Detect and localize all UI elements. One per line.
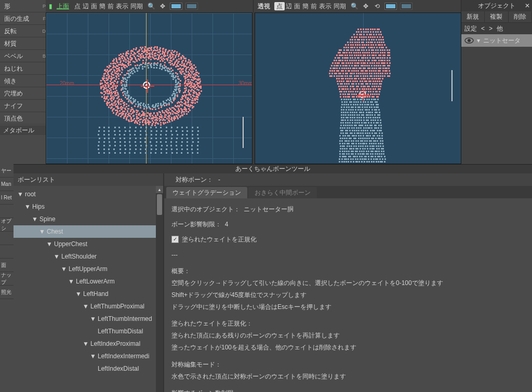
bone-node-leftupperarm[interactable]: ▼LeftUpperArm [14,263,163,275]
scroll-up-icon[interactable]: ▲ [156,186,163,193]
bone-node-upperchest[interactable]: ▼UpperChest [14,238,163,250]
view-mode-辺[interactable]: 辺 [82,3,90,10]
strip-item[interactable] [0,205,14,218]
view-mode-前[interactable]: 前 [310,3,318,10]
strip-item[interactable]: ナップ [0,272,14,286]
view-mode-簡[interactable]: 簡 [98,3,107,10]
next-button[interactable]: > [489,25,493,32]
tree-twisty-icon[interactable]: ▼ [83,304,88,309]
bone-label: LeftIndexIntermedi [98,353,149,360]
strip-item[interactable]: Man [0,178,14,191]
view-mode-簡[interactable]: 簡 [301,3,310,10]
settings-label[interactable]: 設定 [464,24,477,33]
move-icon[interactable]: ✥ [362,2,370,10]
tree-twisty-icon[interactable]: ▼ [69,279,74,284]
tree-twisty-icon[interactable]: ▼ [83,341,88,346]
other-button[interactable]: 他 [497,24,503,33]
new-button[interactable]: 新規 [461,11,485,22]
bone-node-spine[interactable]: ▼Spine [14,213,163,225]
tree-twisty-icon[interactable]: ▼ [47,241,52,247]
bone-node-leftindexdistal[interactable]: LeftIndexDistal [14,362,163,375]
strip-item[interactable]: ヤー [0,164,14,178]
viewport-persp[interactable] [255,12,461,164]
bone-node-leftlowerarm[interactable]: ▼LeftLowerArm [14,275,163,288]
plugin-right-pane: 対称ボーン： - ウェイトグラデーション おきらく中間ボーン 選択中のオブジェク… [164,173,532,392]
tree-twisty-icon[interactable]: ▼ [25,204,30,209]
screen2-icon[interactable] [400,3,413,10]
strip-item[interactable] [0,245,14,259]
view-mode-面[interactable]: 面 [90,3,98,10]
view-mode-前[interactable]: 前 [107,3,115,10]
tree-twisty-icon[interactable]: ▼ [39,229,45,234]
tool-item[interactable]: ナイフ [0,100,46,112]
screen-icon[interactable] [170,3,182,10]
view-mode-辺[interactable]: 辺 [285,3,293,10]
tree-twisty-icon[interactable]: ▼ [54,254,59,259]
chevron-down-icon[interactable]: ▾ [477,37,480,44]
view-mode-同期[interactable]: 同期 [332,3,347,10]
tool-item[interactable]: 面の生成F [0,12,46,25]
zoom-icon[interactable]: 🔍 [147,2,155,10]
tree-twisty-icon[interactable]: ▼ [18,192,23,197]
bone-node-lefthand[interactable]: ▼LeftHand [14,288,163,300]
strip-item[interactable]: 照光 [0,286,14,299]
eye-icon[interactable] [464,37,474,44]
viewport-top[interactable]: 20mm 10 30mm [46,12,252,164]
view-mode-top[interactable]: 上面 [56,2,70,11]
duplicate-button[interactable]: 複製 [485,11,508,22]
view-mode-点[interactable]: 点 [73,3,82,10]
view-mode-表示[interactable]: 表示 [318,3,332,10]
bone-node-leftindexintermedi[interactable]: ▼LeftIndexIntermedi [14,350,163,362]
tool-item[interactable]: 材質 [0,37,46,50]
tab-weight-gradation[interactable]: ウェイトグラデーション [166,187,247,198]
view-mode-面[interactable]: 面 [293,3,301,10]
bone-node-hips[interactable]: ▼Hips [14,200,163,213]
normalize-checkbox[interactable]: ✓ 塗られたウェイトを正規化 [171,234,257,246]
viewport-toolbar: ▮ 上面 点辺面簡前表示同期 🔍 ✥ 透視 点辺面簡前表示同期 🔍 ✥ ⟲ [46,0,461,12]
tool-item[interactable]: ねじれ [0,62,46,75]
bone-node-leftshoulder[interactable]: ▼LeftShoulder [14,250,163,263]
strip-item[interactable]: l Ret [0,191,14,205]
tree-twisty-icon[interactable]: ▼ [90,354,96,359]
bone-node-leftthumbintermed[interactable]: ▼LeftThumbIntermed [14,313,163,325]
tree-twisty-icon[interactable]: ▼ [76,291,81,296]
view-mode-点[interactable]: 点 [274,2,285,10]
view-mode-同期[interactable]: 同期 [129,3,144,10]
tree-twisty-icon[interactable] [90,366,96,371]
tool-item[interactable]: 頂点色 [0,112,46,125]
bone-node-leftthumbproximal[interactable]: ▼LeftThumbProximal [14,300,163,313]
object-item[interactable]: ▾ ニットセータ [461,34,532,47]
tool-item[interactable]: 反転D [0,25,46,37]
tree-twisty-icon[interactable]: ▼ [90,316,96,321]
tree-twisty-icon[interactable] [90,329,96,334]
bone-node-chest[interactable]: ▼Chest [14,225,163,238]
tree-twisty-icon[interactable]: ▼ [32,217,37,222]
tool-item[interactable]: ベベルB [0,50,46,62]
rotate-icon[interactable]: ⟲ [373,2,381,10]
tree-twisty-icon[interactable]: ▼ [61,266,66,272]
strip-item[interactable] [0,232,14,245]
delete-button[interactable]: 削除 [509,11,532,22]
bone-node-leftindexproximal[interactable]: ▼LeftIndexProximal [14,337,163,350]
bone-limit-value: 4 [225,221,229,228]
tab-mid-bone[interactable]: おきらく中間ボーン [248,187,317,198]
bone-node-root[interactable]: ▼root [14,188,163,200]
view-mode-persp[interactable]: 透視 [257,2,271,11]
strip-item[interactable]: オプシ [0,218,14,232]
tool-item[interactable]: 傾き [0,75,46,87]
zoom-icon[interactable]: 🔍 [350,2,358,10]
screen-icon[interactable] [384,3,397,10]
checkbox-icon[interactable]: ✓ [171,236,179,243]
strip-item[interactable]: 面 [0,259,14,272]
close-icon[interactable]: ✕ [525,2,530,9]
tool-section-metaball[interactable]: メタボール [0,125,46,135]
scrollbar[interactable]: ▲ ▼ [156,186,163,392]
tool-item[interactable]: 穴埋め [0,87,46,100]
scroll-thumb[interactable] [157,194,162,215]
bone-node-leftthumbdistal[interactable]: LeftThumbDistal [14,325,163,337]
tool-item[interactable]: 形P [0,0,46,12]
prev-button[interactable]: < [481,25,485,32]
move-icon[interactable]: ✥ [158,2,167,10]
view-mode-表示[interactable]: 表示 [115,3,129,10]
screen2-icon[interactable] [185,3,198,10]
